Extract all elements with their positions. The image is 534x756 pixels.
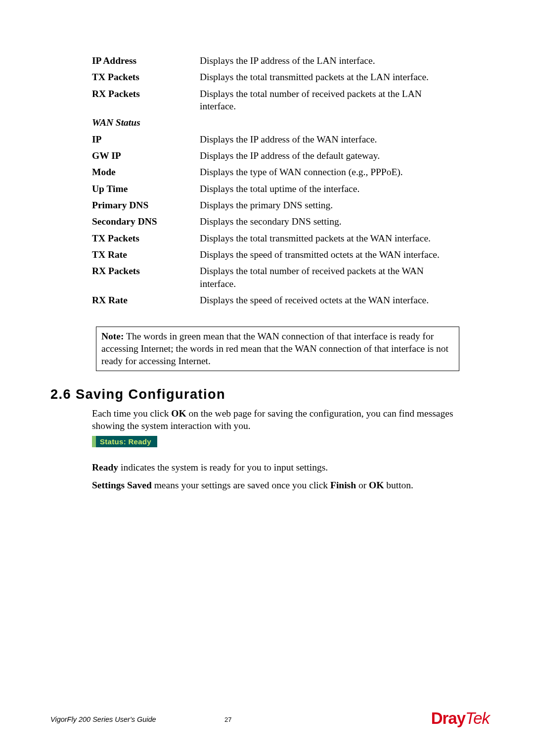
term: GW IP [92,147,200,164]
table-row: RX Packets Displays the total number of … [92,263,460,292]
description: Displays the speed of received octets at… [200,292,460,308]
status-ready-image: Status: Ready [92,436,157,447]
bold-text: Ready [92,462,118,472]
term: Up Time [92,181,200,197]
term: Secondary DNS [92,213,200,230]
table-row: RX Packets Displays the total number of … [92,86,460,115]
table-row: IP Displays the IP address of the WAN in… [92,131,460,147]
text: Each time you click [92,408,171,419]
term: TX Rate [92,246,200,263]
logo-text-dray: Dray [431,709,465,727]
paragraph: Ready indicates the system is ready for … [92,461,460,473]
note-text: The words in green mean that the WAN con… [101,331,448,367]
term: Primary DNS [92,197,200,213]
term: RX Packets [92,86,200,115]
description: Displays the total uptime of the interfa… [200,181,460,197]
bold-text: Finish [330,480,356,490]
description: Displays the type of WAN connection (e.g… [200,164,460,180]
section-label: WAN Status [92,114,200,131]
bold-text: OK [369,480,384,490]
description: Displays the total transmitted packets a… [200,230,460,246]
description: Displays the primary DNS setting. [200,197,460,213]
description: Displays the total number of received pa… [200,86,460,115]
description: Displays the IP address of the default g… [200,147,460,164]
table-row: Up Time Displays the total uptime of the… [92,181,460,197]
section-heading: 2.6 Saving Configuration [50,387,460,402]
text: button. [384,480,413,490]
term: Mode [92,164,200,180]
page-content: IP Address Displays the IP address of th… [92,52,460,491]
term: TX Packets [92,230,200,246]
table-row: Primary DNS Displays the primary DNS set… [92,197,460,213]
description: Displays the total number of received pa… [200,263,460,292]
text: means your settings are saved once you c… [152,480,330,490]
table-row: TX Packets Displays the total transmitte… [92,230,460,246]
paragraph: Settings Saved means your settings are s… [92,479,460,491]
note-box: Note: The words in green mean that the W… [96,327,459,371]
logo-text-tek: Tek [465,709,490,727]
term: TX Packets [92,69,200,85]
footer-guide-title: VigorFly 200 Series User's Guide [50,715,156,723]
description: Displays the speed of transmitted octets… [200,246,460,263]
paragraph: Each time you click OK on the web page f… [92,407,460,432]
table-row: RX Rate Displays the speed of received o… [92,292,460,308]
bold-text: OK [171,408,186,419]
description [200,114,460,131]
definitions-table: IP Address Displays the IP address of th… [92,52,460,309]
table-row: TX Packets Displays the total transmitte… [92,69,460,85]
table-row: Secondary DNS Displays the secondary DNS… [92,213,460,230]
text: indicates the system is ready for you to… [118,462,328,472]
table-row: GW IP Displays the IP address of the def… [92,147,460,164]
description: Displays the total transmitted packets a… [200,69,460,85]
description: Displays the IP address of the WAN inter… [200,131,460,147]
table-row: Mode Displays the type of WAN connection… [92,164,460,180]
term: IP [92,131,200,147]
note-label: Note: [101,331,124,341]
draytek-logo: DrayTek [431,709,490,728]
table-row: IP Address Displays the IP address of th… [92,52,460,69]
term: RX Packets [92,263,200,292]
description: Displays the IP address of the LAN inter… [200,52,460,69]
footer-page-number: 27 [224,716,231,723]
table-row: TX Rate Displays the speed of transmitte… [92,246,460,263]
bold-text: Settings Saved [92,480,152,490]
table-row-section: WAN Status [92,114,460,131]
description: Displays the secondary DNS setting. [200,213,460,230]
text: or [356,480,369,490]
term: RX Rate [92,292,200,308]
term: IP Address [92,52,200,69]
